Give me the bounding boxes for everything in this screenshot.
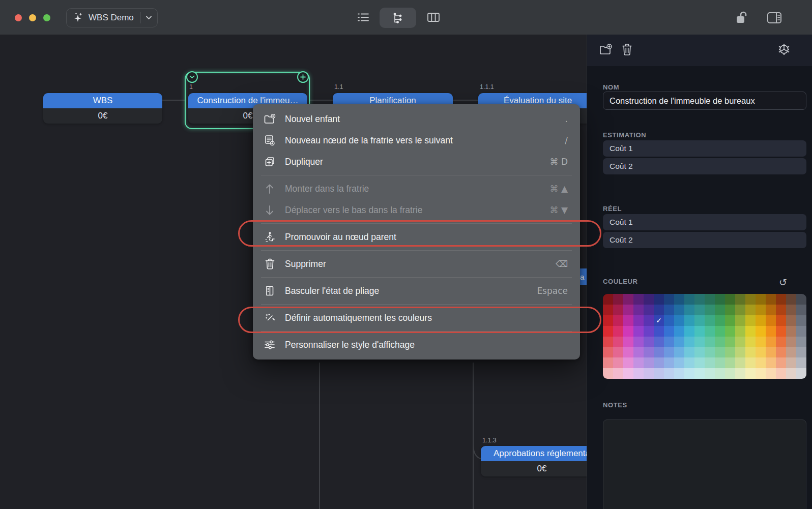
palette-swatch[interactable]	[623, 368, 633, 379]
palette-swatch[interactable]	[725, 294, 735, 305]
palette-swatch[interactable]	[735, 347, 745, 357]
settings-gear-icon[interactable]	[777, 43, 791, 56]
palette-swatch[interactable]	[694, 326, 705, 337]
palette-swatch[interactable]	[613, 315, 623, 326]
delete-node-trash-icon[interactable]	[622, 43, 632, 56]
palette-swatch[interactable]	[776, 315, 786, 326]
palette-swatch[interactable]	[776, 305, 786, 315]
palette-swatch[interactable]	[725, 368, 735, 379]
palette-swatch[interactable]	[623, 337, 633, 347]
palette-swatch[interactable]	[664, 294, 674, 305]
palette-swatch[interactable]	[674, 357, 684, 368]
palette-swatch[interactable]	[766, 326, 776, 337]
palette-swatch[interactable]	[745, 368, 756, 379]
palette-swatch[interactable]	[786, 347, 796, 357]
palette-swatch[interactable]	[715, 326, 725, 337]
palette-swatch[interactable]	[745, 337, 756, 347]
reel-cout1-row[interactable]: Coût 1	[603, 214, 806, 230]
palette-swatch[interactable]	[613, 357, 623, 368]
palette-swatch[interactable]	[613, 305, 623, 315]
palette-swatch[interactable]	[715, 337, 725, 347]
palette-swatch[interactable]	[796, 294, 806, 305]
palette-swatch[interactable]	[796, 368, 806, 379]
palette-swatch[interactable]	[613, 337, 623, 347]
palette-swatch[interactable]	[725, 326, 735, 337]
palette-swatch[interactable]	[654, 294, 664, 305]
nom-input[interactable]: Construction de l'immeuble de bureaux	[603, 92, 806, 110]
palette-swatch[interactable]	[725, 337, 735, 347]
palette-swatch[interactable]	[796, 347, 806, 357]
palette-swatch[interactable]	[705, 357, 715, 368]
palette-swatch[interactable]	[664, 368, 674, 379]
new-child-folder-icon[interactable]	[599, 44, 613, 56]
palette-swatch[interactable]	[735, 368, 745, 379]
palette-swatch[interactable]	[715, 315, 725, 326]
palette-swatch[interactable]	[603, 368, 613, 379]
palette-swatch[interactable]	[735, 315, 745, 326]
palette-swatch[interactable]	[603, 305, 613, 315]
palette-swatch[interactable]	[766, 305, 776, 315]
palette-swatch[interactable]	[756, 347, 766, 357]
palette-swatch[interactable]	[674, 347, 684, 357]
palette-swatch[interactable]	[654, 337, 664, 347]
palette-swatch[interactable]	[796, 357, 806, 368]
palette-swatch[interactable]	[735, 294, 745, 305]
notes-textarea[interactable]	[603, 420, 806, 509]
reset-color-icon[interactable]: ↺	[779, 277, 787, 288]
estimation-cout2-row[interactable]: Coût 2	[603, 158, 806, 174]
palette-swatch[interactable]	[756, 368, 766, 379]
palette-swatch[interactable]	[715, 294, 725, 305]
palette-swatch[interactable]	[633, 305, 644, 315]
menu-item-dupliquer[interactable]: Dupliquer ⌘ D	[253, 151, 580, 172]
palette-swatch[interactable]	[776, 357, 786, 368]
color-palette-grid[interactable]: ✓	[603, 294, 806, 379]
tree-view-button-selected[interactable]	[380, 8, 416, 28]
palette-swatch[interactable]	[786, 337, 796, 347]
palette-swatch[interactable]	[674, 305, 684, 315]
palette-swatch[interactable]	[694, 305, 705, 315]
palette-swatch[interactable]	[644, 305, 654, 315]
palette-swatch[interactable]	[705, 337, 715, 347]
palette-swatch[interactable]	[715, 305, 725, 315]
palette-swatch[interactable]	[674, 315, 684, 326]
palette-swatch[interactable]	[766, 368, 776, 379]
reel-cout2-row[interactable]: Coût 2	[603, 232, 806, 248]
palette-swatch[interactable]	[776, 347, 786, 357]
palette-swatch[interactable]	[745, 347, 756, 357]
document-menu-button[interactable]: WBS Demo	[66, 8, 158, 27]
palette-swatch[interactable]	[766, 347, 776, 357]
palette-swatch[interactable]	[694, 347, 705, 357]
palette-swatch[interactable]	[796, 315, 806, 326]
palette-swatch[interactable]	[715, 347, 725, 357]
palette-swatch[interactable]	[745, 326, 756, 337]
palette-swatch[interactable]	[735, 326, 745, 337]
palette-swatch[interactable]	[623, 347, 633, 357]
palette-swatch[interactable]: ✓	[654, 315, 664, 326]
palette-swatch[interactable]	[684, 326, 694, 337]
node-hidden-sliver[interactable]: a	[580, 268, 587, 285]
palette-swatch[interactable]	[745, 315, 756, 326]
palette-swatch[interactable]	[644, 294, 654, 305]
palette-swatch[interactable]	[674, 326, 684, 337]
palette-swatch[interactable]	[735, 337, 745, 347]
palette-swatch[interactable]	[776, 337, 786, 347]
palette-swatch[interactable]	[715, 368, 725, 379]
estimation-cout1-row[interactable]: Coût 1	[603, 140, 806, 157]
palette-swatch[interactable]	[644, 347, 654, 357]
columns-view-button[interactable]	[426, 11, 441, 24]
palette-swatch[interactable]	[786, 357, 796, 368]
palette-swatch[interactable]	[613, 368, 623, 379]
palette-swatch[interactable]	[705, 347, 715, 357]
palette-swatch[interactable]	[705, 368, 715, 379]
palette-swatch[interactable]	[623, 315, 633, 326]
palette-swatch[interactable]	[796, 337, 806, 347]
node-wbs[interactable]: WBS 0€	[43, 93, 162, 124]
palette-swatch[interactable]	[694, 368, 705, 379]
palette-swatch[interactable]	[674, 294, 684, 305]
palette-swatch[interactable]	[664, 305, 674, 315]
menu-item-monter-fratrie[interactable]: Monter dans la fratrie ⌘ ▲	[253, 178, 580, 199]
palette-swatch[interactable]	[766, 337, 776, 347]
palette-swatch[interactable]	[603, 337, 613, 347]
palette-swatch[interactable]	[776, 368, 786, 379]
palette-swatch[interactable]	[633, 315, 644, 326]
